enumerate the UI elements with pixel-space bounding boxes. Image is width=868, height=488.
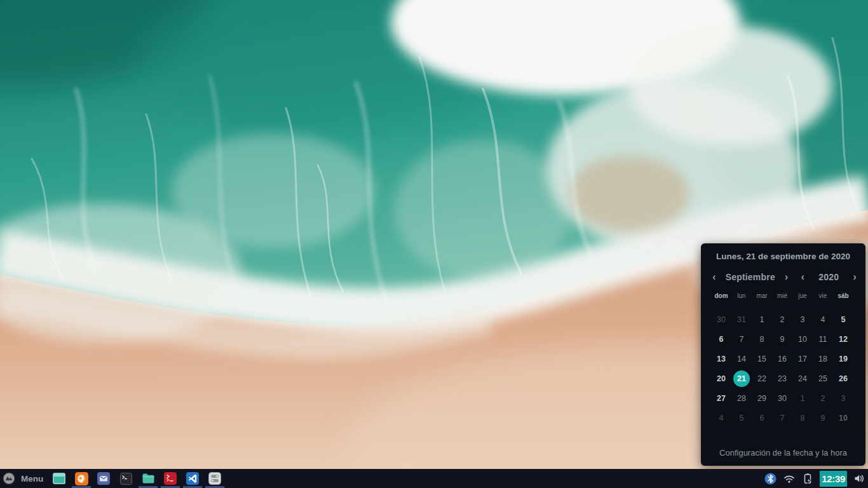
firefox-icon xyxy=(75,472,88,485)
calendar-day[interactable]: 9 xyxy=(772,329,792,349)
calendar-day[interactable]: 23 xyxy=(772,369,792,388)
datetime-settings-link[interactable]: Configuración de la fecha y la hora xyxy=(701,448,865,466)
folder-icon xyxy=(142,473,155,484)
month-label: Septiembre xyxy=(726,272,775,282)
calendar-day[interactable]: 11 xyxy=(813,329,833,349)
launcher-vscode[interactable] xyxy=(186,469,200,488)
menu-label: Menu xyxy=(21,474,43,484)
terminal-red-icon xyxy=(164,472,177,485)
volume-icon[interactable] xyxy=(854,473,865,484)
calendar-day[interactable]: 6 xyxy=(752,408,772,428)
calendar-day[interactable]: 12 xyxy=(833,329,853,349)
preferences-icon xyxy=(208,472,221,485)
day-header: jue xyxy=(792,291,813,301)
calendar-day[interactable]: 3 xyxy=(792,309,813,329)
launcher-mail[interactable] xyxy=(97,469,111,488)
day-header: mar xyxy=(752,291,772,301)
calendar-day[interactable]: 20 xyxy=(711,369,731,388)
calendar-day[interactable]: 22 xyxy=(752,369,772,388)
bluetooth-icon[interactable] xyxy=(764,473,776,485)
calendar-day[interactable]: 7 xyxy=(731,329,752,349)
system-tray: 12:39 xyxy=(764,469,868,488)
calendar-day[interactable]: 7 xyxy=(772,408,792,428)
mail-icon xyxy=(97,472,110,485)
year-label: 2020 xyxy=(818,272,839,282)
calendar-day[interactable]: 28 xyxy=(731,388,752,408)
calendar-day[interactable]: 19 xyxy=(833,349,853,369)
calendar-day[interactable]: 2 xyxy=(772,309,792,329)
month-prev-button[interactable]: ‹ xyxy=(711,271,717,283)
calendar-day[interactable]: 30 xyxy=(711,309,731,329)
calendar-grid: 3031123456789101112131415161718192021222… xyxy=(711,309,853,428)
calendar-day[interactable]: 10 xyxy=(833,408,853,428)
calendar-popup: Lunes, 21 de septiembre de 2020 ‹ Septie… xyxy=(701,243,865,466)
show-desktop-icon xyxy=(53,473,65,484)
launcher-preferences[interactable] xyxy=(208,469,222,488)
calendar-day[interactable]: 5 xyxy=(731,408,752,428)
calendar-day[interactable]: 27 xyxy=(711,388,731,408)
calendar-day[interactable]: 15 xyxy=(752,349,772,369)
calendar-day[interactable]: 18 xyxy=(813,349,833,369)
calendar-day[interactable]: 25 xyxy=(813,369,833,388)
calendar-day[interactable]: 10 xyxy=(792,329,813,349)
calendar-day[interactable]: 14 xyxy=(731,349,752,369)
menu-button[interactable]: Menu xyxy=(0,469,47,488)
calendar-day[interactable]: 9 xyxy=(813,408,833,428)
calendar-nav: ‹ Septiembre › ‹ 2020 › xyxy=(701,270,865,284)
calendar-day[interactable]: 24 xyxy=(792,369,813,388)
calendar-day[interactable]: 5 xyxy=(833,309,853,329)
mint-menu-icon xyxy=(3,472,15,485)
wifi-icon[interactable] xyxy=(783,473,795,484)
calendar-day[interactable]: 8 xyxy=(752,329,772,349)
year-prev-button[interactable]: ‹ xyxy=(800,271,806,283)
calendar-title: Lunes, 21 de septiembre de 2020 xyxy=(701,250,865,264)
launchers xyxy=(52,469,222,488)
clock[interactable]: 12:39 xyxy=(820,471,847,487)
day-header: dom xyxy=(711,291,731,301)
calendar-day[interactable]: 1 xyxy=(792,388,813,408)
launcher-show-desktop[interactable] xyxy=(52,469,66,488)
calendar-day[interactable]: 29 xyxy=(752,388,772,408)
calendar-day-headers: domlunmarmiéjueviesáb xyxy=(711,291,853,301)
calendar-day[interactable]: 13 xyxy=(711,349,731,369)
month-next-button[interactable]: › xyxy=(783,271,790,283)
calendar-day[interactable]: 3 xyxy=(833,388,853,408)
launcher-firefox[interactable] xyxy=(74,469,88,488)
year-next-button[interactable]: › xyxy=(851,271,858,283)
day-header: lun xyxy=(731,291,752,301)
calendar-day[interactable]: 8 xyxy=(792,408,813,428)
taskbar: Menu xyxy=(0,469,868,488)
calendar-day[interactable]: 31 xyxy=(731,309,752,329)
launcher-files[interactable] xyxy=(141,469,155,488)
launcher-terminal-red[interactable] xyxy=(163,469,177,488)
battery-charging-icon[interactable] xyxy=(802,473,813,484)
vscode-icon xyxy=(186,472,199,485)
calendar-day[interactable]: 17 xyxy=(792,349,813,369)
day-header: sáb xyxy=(833,291,853,301)
launcher-terminal[interactable] xyxy=(119,469,133,488)
calendar-day[interactable]: 26 xyxy=(833,369,853,388)
calendar-day[interactable]: 4 xyxy=(711,408,731,428)
calendar-day[interactable]: 4 xyxy=(813,309,833,329)
calendar-day[interactable]: 2 xyxy=(813,388,833,408)
terminal-icon xyxy=(120,473,132,485)
calendar-day[interactable]: 16 xyxy=(772,349,792,369)
calendar-day[interactable]: 1 xyxy=(752,309,772,329)
calendar-day[interactable]: 6 xyxy=(711,329,731,349)
calendar-day-selected[interactable]: 21 xyxy=(731,369,752,388)
day-header: vie xyxy=(813,291,833,301)
calendar-day[interactable]: 30 xyxy=(772,388,792,408)
day-header: mié xyxy=(772,291,792,301)
